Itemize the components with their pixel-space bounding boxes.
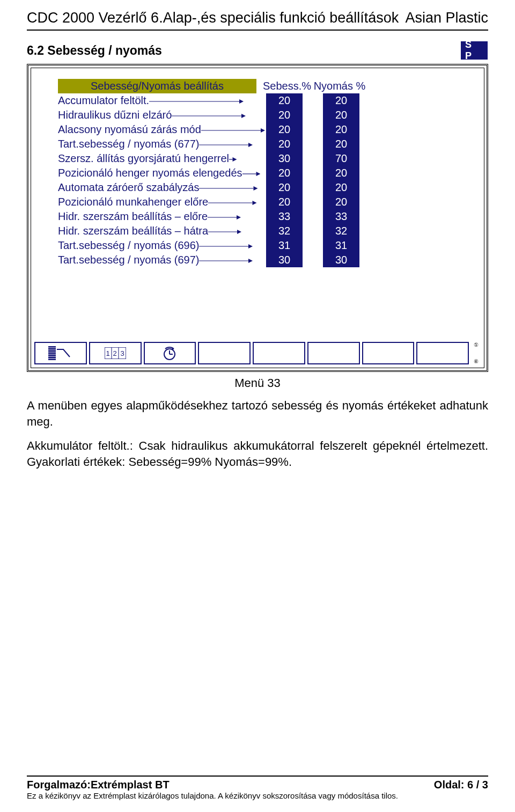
toolbar-btn-6[interactable]	[307, 342, 360, 364]
pressure-value[interactable]: 20	[323, 180, 359, 195]
arrow-icon	[199, 258, 253, 264]
toolbar-btn-chart[interactable]	[34, 342, 87, 364]
row-label: Alacsony nyomású zárás mód	[58, 122, 256, 137]
paragraph-2: Akkumulátor feltölt.: Csak hidraulikus a…	[27, 438, 488, 470]
svg-marker-19	[237, 230, 241, 234]
table-row: Tart.sebesség / nyomás (697)3030	[58, 253, 468, 267]
speed-value[interactable]: 33	[266, 209, 303, 224]
row-label: Hidraulikus dűzni elzáró	[58, 108, 256, 122]
svg-marker-11	[256, 172, 260, 176]
pressure-value[interactable]: 31	[323, 238, 359, 253]
arrow-icon	[242, 171, 261, 177]
footer-rule	[27, 776, 488, 777]
clock-icon	[162, 346, 177, 361]
svg-marker-7	[248, 143, 253, 147]
pressure-value[interactable]: 20	[323, 195, 359, 209]
pressure-value[interactable]: 30	[323, 253, 359, 267]
toolbar-btn-8[interactable]	[416, 342, 469, 364]
speed-value[interactable]: 20	[266, 195, 303, 209]
toolbar-btn-numbers[interactable]: 1 2 3	[89, 342, 142, 364]
speed-value[interactable]: 20	[266, 108, 303, 122]
arrow-icon	[229, 156, 237, 163]
speed-value[interactable]: 20	[266, 166, 303, 180]
arrow-icon	[172, 113, 246, 119]
numbers-icon: 1 2 3	[105, 347, 126, 359]
table-row: Automata záróerő szabályzás2020	[58, 180, 468, 195]
side-bottom: ⑥	[474, 359, 479, 364]
toolbar-btn-7[interactable]	[362, 342, 415, 364]
speed-value[interactable]: 30	[266, 253, 303, 267]
toolbar-btn-4[interactable]	[198, 342, 251, 364]
header-rule	[27, 30, 488, 31]
footer-distributor: Forgalmazó:Extrémplast BT	[27, 779, 170, 791]
pressure-value[interactable]: 33	[323, 209, 359, 224]
table-row: Pozicionáló munkahenger előre2020	[58, 195, 468, 209]
toolbar-btn-5[interactable]	[253, 342, 305, 364]
svg-text:2: 2	[113, 349, 116, 357]
speed-value[interactable]: 20	[266, 180, 303, 195]
row-label: Tart.sebesség / nyomás (696)	[58, 238, 256, 253]
row-label: Accumulator feltölt.	[58, 93, 256, 108]
svg-marker-23	[248, 259, 253, 263]
table-row: Tart.sebesség / nyomás (696)3131	[58, 238, 468, 253]
svg-marker-13	[254, 186, 258, 191]
arrow-icon	[208, 229, 241, 235]
table-row: Alacsony nyomású zárás mód2020	[58, 122, 468, 137]
col-pressure: Nyomás %	[313, 79, 366, 93]
arrow-icon	[201, 127, 265, 134]
chart-icon	[48, 346, 73, 360]
body-text: A menüben egyes alapműködésekhez tartozó…	[27, 398, 488, 470]
table-row: Hidr. szerszám beállítás – hátra3232	[58, 224, 468, 238]
arrow-icon	[208, 200, 257, 206]
doc-header: CDC 2000 Vezérlő 6.Alap-,és speciális fu…	[27, 10, 488, 26]
arrow-icon	[199, 185, 258, 192]
speed-value[interactable]: 20	[266, 122, 303, 137]
sp-icon-label: S P	[460, 38, 488, 63]
toolbar: 1 2 3	[34, 342, 481, 364]
arrow-icon	[208, 214, 241, 221]
pressure-value[interactable]: 20	[323, 93, 359, 108]
paragraph-1: A menüben egyes alapműködésekhez tartozó…	[27, 398, 488, 429]
section-title: 6.2 Sebesség / nyomás	[27, 43, 162, 58]
svg-marker-1	[239, 99, 244, 104]
speed-value[interactable]: 31	[266, 238, 303, 253]
table-row: Szersz. állítás gyorsjáratú hengerrel307…	[58, 151, 468, 166]
row-label: Szersz. állítás gyorsjáratú hengerrel	[58, 151, 256, 166]
svg-marker-5	[261, 128, 265, 133]
sp-icon: S P	[460, 41, 488, 60]
arrow-icon	[199, 243, 253, 250]
pressure-value[interactable]: 70	[323, 151, 359, 166]
footer-note: Ez a kézikönyv az Extrémplast kizárólago…	[27, 791, 488, 800]
header-right: Asian Plastic	[405, 10, 488, 26]
table-row: Tart.sebesség / nyomás (677)2020	[58, 137, 468, 151]
table-row: Hidraulikus dűzni elzáró2020	[58, 108, 468, 122]
pressure-value[interactable]: 20	[323, 122, 359, 137]
pressure-value[interactable]: 20	[323, 166, 359, 180]
table-header-row: Sebesség/Nyomás beállítás Sebess.% Nyomá…	[58, 79, 468, 93]
svg-rect-24	[48, 346, 56, 360]
svg-marker-9	[233, 157, 237, 162]
svg-marker-3	[241, 114, 246, 118]
svg-marker-17	[237, 215, 241, 220]
row-label: Tart.sebesség / nyomás (697)	[58, 253, 256, 267]
svg-marker-15	[253, 201, 257, 205]
row-label: Pozicionáló munkahenger előre	[58, 195, 256, 209]
row-label: Tart.sebesség / nyomás (677)	[58, 137, 256, 151]
pressure-value[interactable]: 20	[323, 108, 359, 122]
row-label: Hidr. szerszám beállítás – hátra	[58, 224, 256, 238]
speed-value[interactable]: 32	[266, 224, 303, 238]
side-top: ①	[474, 342, 479, 348]
arrow-icon	[199, 142, 253, 148]
speed-value[interactable]: 20	[266, 137, 303, 151]
table-row: Hidr. szerszám beállítás – előre3333	[58, 209, 468, 224]
table-title: Sebesség/Nyomás beállítás	[58, 79, 256, 93]
toolbar-side-indicator: ① ⑥	[471, 342, 481, 364]
pressure-value[interactable]: 32	[323, 224, 359, 238]
toolbar-btn-clock[interactable]	[144, 342, 196, 364]
speed-value[interactable]: 20	[266, 93, 303, 108]
svg-marker-21	[248, 244, 253, 248]
pressure-value[interactable]: 20	[323, 137, 359, 151]
header-left: CDC 2000 Vezérlő 6.Alap-,és speciális fu…	[27, 10, 399, 26]
speed-value[interactable]: 30	[266, 151, 303, 166]
row-label: Pozicionáló henger nyomás elengedés	[58, 166, 256, 180]
